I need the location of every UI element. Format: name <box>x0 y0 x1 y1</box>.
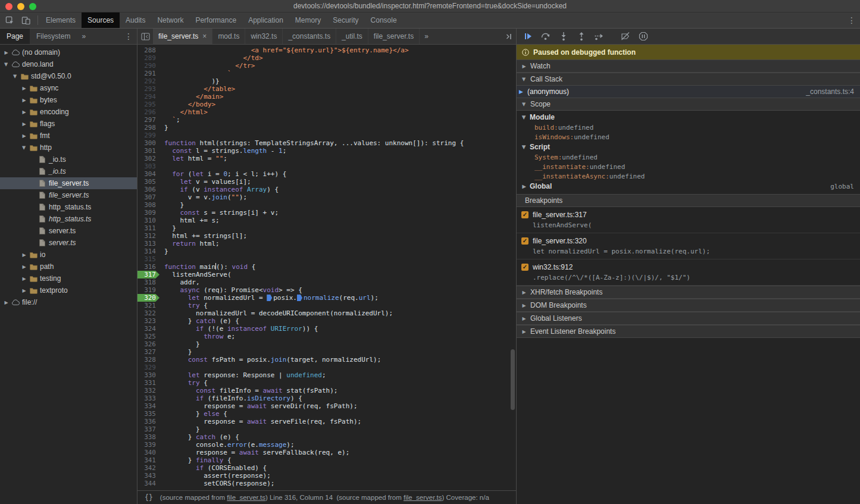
line-number[interactable]: 332 <box>137 387 160 395</box>
line-number[interactable]: 289 <box>137 54 160 62</box>
chevron-right-icon[interactable]: ▶ <box>20 98 28 103</box>
inline-breakpoint-icon[interactable] <box>267 295 272 301</box>
breakpoint-gutter-marker[interactable]: 320 <box>137 294 160 302</box>
panel-tab-application[interactable]: Application <box>242 12 289 28</box>
breakpoints-section-header[interactable]: Breakpoints <box>517 194 860 207</box>
line-number[interactable]: 327 <box>137 348 160 356</box>
line-number[interactable]: 290 <box>137 62 160 70</box>
line-number[interactable]: 340 <box>137 449 160 456</box>
line-number[interactable]: 312 <box>137 232 160 240</box>
line-number[interactable]: 325 <box>137 333 160 340</box>
line-number[interactable]: 315 <box>137 255 160 263</box>
line-number[interactable]: 296 <box>137 108 160 116</box>
device-toolbar-button[interactable] <box>18 13 34 27</box>
panel-tab-memory[interactable]: Memory <box>289 12 327 28</box>
line-number[interactable]: 307 <box>137 193 160 201</box>
editor-tab-util-ts-4[interactable]: _util.ts <box>336 29 368 44</box>
zoom-window-button[interactable] <box>29 3 36 10</box>
step-into-button[interactable] <box>555 29 571 43</box>
panel-tab-sources[interactable]: Sources <box>82 12 120 28</box>
tree-item-testing[interactable]: ▶testing <box>0 273 137 284</box>
tree-item-encoding[interactable]: ▶encoding <box>0 106 137 118</box>
line-number[interactable]: 292 <box>137 77 160 85</box>
section-header-xhr-fetch-breakpoints[interactable]: ▶XHR/fetch Breakpoints <box>517 286 860 299</box>
scope-group-script[interactable]: ▶Script <box>517 142 860 152</box>
line-number[interactable]: 303 <box>137 162 160 170</box>
resume-button[interactable] <box>520 29 536 43</box>
panel-tab-console[interactable]: Console <box>365 12 403 28</box>
tree-item-textproto[interactable]: ▶textproto <box>0 284 137 296</box>
scope-variable-iswindows[interactable]: isWindows: undefined <box>517 132 860 142</box>
inline-breakpoint-icon[interactable] <box>297 295 302 301</box>
navigator-tab-filesystem[interactable]: Filesystem <box>30 29 77 44</box>
frame-location[interactable]: _constants.ts:4 <box>806 87 854 96</box>
step-over-button[interactable] <box>537 29 553 43</box>
line-number[interactable]: 338 <box>137 433 160 441</box>
line-number[interactable]: 322 <box>137 309 160 317</box>
tree-item-http[interactable]: ▶http <box>0 142 137 154</box>
breakpoint-entry-file-server-ts-317[interactable]: ✓file_server.ts:317listenAndServe( <box>517 207 860 233</box>
breakpoint-gutter-marker[interactable]: 317 <box>137 271 160 278</box>
scope-group-module[interactable]: ▶Module <box>517 112 860 123</box>
line-number[interactable]: 305 <box>137 178 160 186</box>
line-number[interactable]: 295 <box>137 101 160 108</box>
line-number[interactable]: 326 <box>137 340 160 348</box>
chevron-right-icon[interactable]: ▶ <box>20 252 28 258</box>
tree-item-server-ts[interactable]: server.ts <box>0 237 137 249</box>
source-map-link[interactable]: file_server.ts <box>227 494 265 501</box>
line-number[interactable]: 298 <box>137 124 160 132</box>
line-number[interactable]: 314 <box>137 248 160 255</box>
line-number[interactable]: 311 <box>137 224 160 232</box>
panel-tab-security[interactable]: Security <box>327 12 364 28</box>
tree-item-path[interactable]: ▶path <box>0 261 137 273</box>
source-editor[interactable]: 288 <a href="${entry.url}">${entry.name}… <box>137 45 516 490</box>
line-number[interactable]: 293 <box>137 85 160 93</box>
panel-tab-elements[interactable]: Elements <box>40 12 82 28</box>
breakpoint-checkbox[interactable]: ✓ <box>521 211 528 218</box>
tree-item-no-domain[interactable]: ▶(no domain) <box>0 46 137 58</box>
call-stack-frame-0[interactable]: ▶(anonymous)_constants.ts:4 <box>517 86 860 98</box>
line-number[interactable]: 313 <box>137 240 160 248</box>
editor-tab-constants-ts-3[interactable]: _constants.ts <box>283 29 336 44</box>
panel-tab-audits[interactable]: Audits <box>120 12 151 28</box>
chevron-right-icon[interactable]: ▶ <box>2 50 10 55</box>
line-number[interactable]: 336 <box>137 418 160 425</box>
navigator-menu-kebab-icon[interactable]: ⋮ <box>120 29 137 44</box>
tree-item-server-ts[interactable]: server.ts <box>0 225 137 237</box>
tree-item-io-ts[interactable]: _io.ts <box>0 154 137 165</box>
hide-navigator-button[interactable] <box>137 29 153 44</box>
line-number[interactable]: 318 <box>137 278 160 286</box>
section-header-dom-breakpoints[interactable]: ▶DOM Breakpoints <box>517 299 860 312</box>
panel-tab-performance[interactable]: Performance <box>189 12 242 28</box>
section-header-global-listeners[interactable]: ▶Global Listeners <box>517 312 860 325</box>
close-icon[interactable]: × <box>202 33 207 40</box>
chevron-right-icon[interactable]: ▶ <box>20 276 28 281</box>
close-window-button[interactable] <box>5 3 12 10</box>
line-number[interactable]: 300 <box>137 139 160 147</box>
call-stack-section-header[interactable]: ▶ Call Stack <box>517 73 860 86</box>
chevron-down-icon[interactable]: ▶ <box>4 61 9 68</box>
line-number[interactable]: 343 <box>137 472 160 480</box>
line-number[interactable]: 337 <box>137 425 160 433</box>
line-number[interactable]: 316 <box>137 263 160 271</box>
main-menu-kebab-icon[interactable]: ⋮ <box>843 12 860 28</box>
line-number[interactable]: 328 <box>137 356 160 364</box>
line-number[interactable]: 299 <box>137 132 160 139</box>
line-number[interactable]: 329 <box>137 364 160 371</box>
tree-item-file-server-ts[interactable]: file_server.ts <box>0 189 137 201</box>
step-button[interactable] <box>591 29 607 43</box>
panel-tab-network[interactable]: Network <box>151 12 189 28</box>
scope-variable-build[interactable]: build: undefined <box>517 123 860 132</box>
line-number[interactable]: 324 <box>137 325 160 333</box>
line-number[interactable]: 342 <box>137 464 160 472</box>
chevron-right-icon[interactable]: ▶ <box>20 121 28 127</box>
line-number[interactable]: 288 <box>137 46 160 54</box>
chevron-right-icon[interactable]: ▶ <box>20 133 28 139</box>
pretty-print-button[interactable]: {} <box>142 493 155 502</box>
scope-variable-system[interactable]: System: undefined <box>517 152 860 162</box>
line-number[interactable]: 304 <box>137 170 160 178</box>
tree-item-deno-land[interactable]: ▶deno.land <box>0 58 137 70</box>
scope-section-header[interactable]: ▶ Scope <box>517 98 860 111</box>
line-number[interactable]: 297 <box>137 116 160 124</box>
line-number[interactable]: 294 <box>137 93 160 101</box>
